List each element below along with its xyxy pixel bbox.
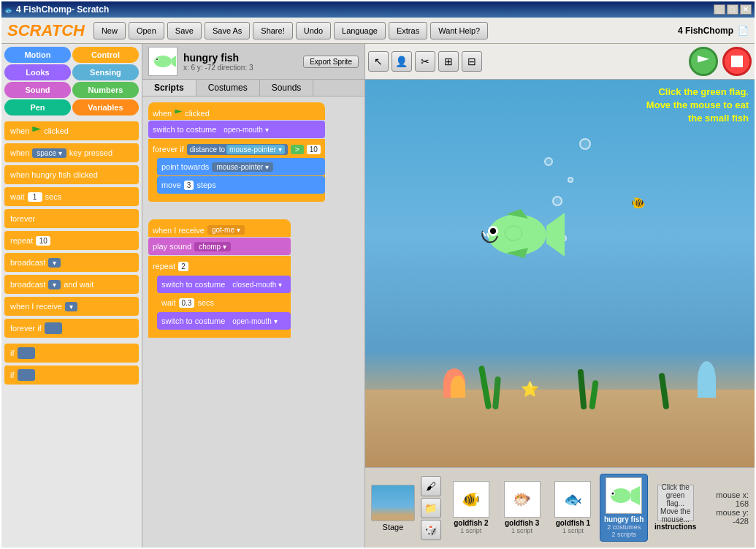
duplicate-tool[interactable]: 👤 (392, 51, 412, 72)
block-palette: Motion Control Looks Sensing Sound Numbe… (1, 44, 142, 548)
import-sprite-button[interactable]: 📁 (421, 498, 441, 518)
mouse-y-value: -428 (733, 517, 749, 526)
goldfish1-icon: 🐟 (564, 491, 582, 508)
category-motion[interactable]: Motion (4, 47, 71, 63)
new-button[interactable]: New (93, 22, 126, 39)
tab-sounds[interactable]: Sounds (260, 80, 314, 96)
maximize-button[interactable]: □ (727, 4, 738, 15)
costume-dropdown-3[interactable]: open-mouth ▾ (228, 317, 281, 326)
open-button[interactable]: Open (129, 22, 164, 39)
broadcast-dropdown[interactable]: ▾ (48, 258, 61, 268)
scripts-canvas[interactable]: when clicked switch to costume open-mout… (142, 96, 364, 548)
category-pen[interactable]: Pen (4, 99, 71, 116)
language-button[interactable]: Language (334, 22, 386, 39)
steps-value[interactable]: 3 (184, 181, 194, 190)
block-switch-costume-2[interactable]: switch to costume closed-mouth ▾ (157, 276, 291, 293)
block-broadcast[interactable]: broadcast ▾ (4, 253, 139, 272)
costume-dropdown-2[interactable]: closed-mouth ▾ (228, 280, 286, 289)
receive-dropdown[interactable]: ▾ (65, 302, 77, 311)
block-forever-if[interactable]: forever if (4, 319, 139, 338)
block-broadcast-wait[interactable]: broadcast ▾ and wait (4, 275, 139, 294)
category-control[interactable]: Control (72, 47, 139, 63)
repeat-value[interactable]: 2 (178, 262, 188, 271)
sprite-item-goldfish3[interactable]: 🐡 goldfish 3 1 script (498, 477, 546, 538)
share-button[interactable]: Share! (253, 22, 292, 39)
main-content: Motion Control Looks Sensing Sound Numbe… (1, 44, 755, 548)
forever-if-condition (45, 322, 62, 334)
block-when-key-pressed[interactable]: when space ▾ key pressed (4, 143, 139, 162)
block-when-receive[interactable]: when I receive ▾ (4, 297, 139, 316)
broadcast-wait-dropdown[interactable]: ▾ (48, 280, 61, 289)
close-button[interactable]: ✕ (740, 4, 752, 15)
block-wait[interactable]: wait 1 secs (4, 187, 139, 206)
block-switch-costume-1[interactable]: switch to costume open-mouth ▾ (148, 121, 325, 138)
sprite-item-goldfish2[interactable]: 🐠 goldfish 2 1 script (447, 477, 495, 538)
block-if2[interactable]: if (4, 366, 139, 385)
if2-condition (18, 369, 35, 381)
key-dropdown[interactable]: space ▾ (32, 148, 66, 158)
receive-dropdown-script[interactable]: got-me ▾ (207, 225, 245, 235)
hungry-fish-label: hungry fish (604, 515, 644, 523)
block-repeat-script[interactable]: repeat 2 (148, 257, 291, 275)
flag-icon-script (175, 110, 182, 117)
extras-button[interactable]: Extras (389, 22, 427, 39)
block-switch-costume-3[interactable]: switch to costume open-mouth ▾ (157, 312, 291, 330)
costume-dropdown-1[interactable]: open-mouth ▾ (219, 125, 272, 135)
wait-input[interactable]: 1 (28, 192, 42, 202)
condition-block[interactable]: distance to mouse-pointer ▾ (187, 144, 288, 155)
save-as-button[interactable]: Save As (205, 22, 250, 39)
block-wait-script[interactable]: wait 0.3 secs (157, 294, 291, 311)
shrink-tool[interactable]: ⊟ (462, 51, 482, 72)
stage-area: ↖ 👤 ✂ ⊞ ⊟ Click the green f (365, 44, 755, 548)
script-2: when I receive got-me ▾ play sound chomp… (148, 219, 291, 338)
block-when-flag[interactable]: when clicked (148, 102, 325, 120)
green-flag-button[interactable] (689, 47, 718, 76)
category-sensing[interactable]: Sensing (72, 64, 139, 80)
editor-tabs: Scripts Costumes Sounds (142, 80, 364, 96)
block-point-towards[interactable]: point towards mouse-pointer ▾ (157, 158, 325, 175)
svg-line-10 (483, 232, 486, 236)
tab-scripts[interactable]: Scripts (142, 80, 196, 96)
export-sprite-button[interactable]: Export Sprite (303, 56, 359, 68)
undo-button[interactable]: Undo (296, 22, 331, 39)
paint-sprite-button[interactable]: 🖌 (421, 476, 441, 496)
save-button[interactable]: Save (167, 22, 202, 39)
category-looks[interactable]: Looks (4, 64, 71, 80)
sprite-item-goldfish1[interactable]: 🐟 goldfish 1 1 script (549, 477, 597, 538)
tab-costumes[interactable]: Costumes (196, 80, 260, 96)
if-condition (18, 347, 35, 359)
repeat-input[interactable]: 10 (36, 236, 50, 246)
block-when-sprite-clicked[interactable]: when hungry fish clicked (4, 165, 139, 184)
wait-value[interactable]: 0.3 (179, 298, 195, 308)
block-if[interactable]: if (4, 344, 139, 363)
target-dropdown[interactable]: mouse-pointer ▾ (226, 145, 285, 154)
block-repeat[interactable]: repeat 10 (4, 231, 139, 250)
svg-point-3 (156, 58, 158, 60)
category-sound[interactable]: Sound (4, 82, 71, 98)
help-button[interactable]: Want Help? (430, 22, 488, 39)
sprite-item-instructions[interactable]: Click the green flag...Move the mouse...… (651, 481, 700, 534)
grow-tool[interactable]: ⊞ (438, 51, 459, 72)
category-numbers[interactable]: Numbers (72, 82, 139, 98)
minimize-button[interactable]: _ (714, 4, 725, 15)
stage-thumbnail[interactable] (371, 485, 415, 521)
block-forever[interactable]: forever (4, 209, 139, 228)
block-when-receive-script[interactable]: when I receive got-me ▾ (148, 219, 291, 237)
random-sprite-button[interactable]: 🎲 (421, 520, 441, 540)
towards-dropdown[interactable]: mouse-pointer ▾ (212, 162, 273, 172)
mouse-y-label: mouse y: (716, 508, 749, 517)
cut-tool[interactable]: ✂ (415, 51, 435, 72)
instructions-label: instructions (654, 523, 696, 531)
pointer-tool[interactable]: ↖ (368, 51, 389, 72)
block-forever-if-script[interactable]: forever if distance to mouse-pointer ▾ >… (148, 140, 325, 158)
sprite-item-hungry-fish[interactable]: hungry fish 2 costumes2 scripts (600, 474, 648, 542)
small-fish: 🐠 (631, 196, 646, 210)
sound-dropdown[interactable]: chomp ▾ (194, 242, 231, 251)
distance-value[interactable]: 10 (307, 145, 321, 154)
block-when-clicked[interactable]: when clicked (4, 121, 139, 140)
stop-button[interactable] (722, 47, 752, 76)
block-move-steps[interactable]: move 3 steps (157, 176, 325, 194)
category-variables[interactable]: Variables (72, 99, 139, 116)
mouse-x-display: mouse x: 168 (703, 491, 749, 508)
block-play-sound[interactable]: play sound chomp ▾ (148, 238, 291, 255)
